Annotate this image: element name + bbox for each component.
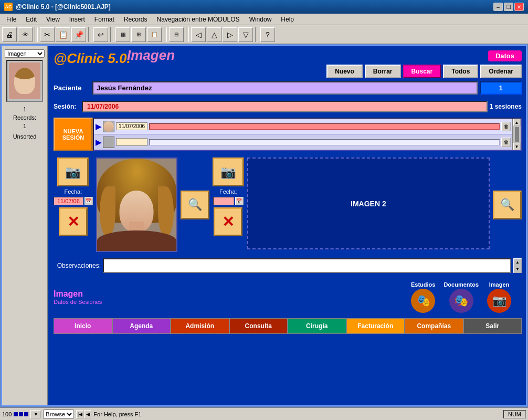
estudios-group: Estudios 🎭	[411, 281, 435, 313]
imagen-icon[interactable]: 📷	[487, 289, 511, 313]
borrar-button[interactable]: Borrar	[365, 65, 401, 78]
menu-format[interactable]: Format	[90, 15, 119, 24]
nuevo-button[interactable]: Nuevo	[326, 65, 363, 78]
obs-scroll-up[interactable]: ▲	[515, 260, 520, 265]
toolbar-preview[interactable]: 👁	[18, 27, 33, 42]
sesion-date-input[interactable]	[82, 101, 488, 112]
toolbar-r1[interactable]: ◁	[191, 27, 206, 42]
window-body: Imagen 1 Records: 1 Unsorted	[0, 44, 528, 407]
menu-window[interactable]: Window	[245, 15, 276, 24]
tab-agenda[interactable]: Agenda	[112, 318, 171, 334]
tab-companias[interactable]: Compañías	[405, 318, 463, 334]
todos-button[interactable]: Todos	[443, 65, 478, 78]
zoom-dropdown-button[interactable]: ▼	[30, 410, 41, 418]
session-thumb	[103, 136, 114, 148]
toolbar-sep3	[110, 27, 113, 42]
camera-button-1[interactable]: 📷	[57, 158, 89, 186]
imagen-footer-label: Imagen	[489, 281, 510, 288]
tab-consulta[interactable]: Consulta	[229, 318, 288, 334]
menu-help[interactable]: Help	[277, 15, 298, 24]
documentos-icon[interactable]: 🎭	[449, 289, 473, 313]
delete-image-button-1[interactable]: ✕	[59, 207, 88, 236]
toolbar-b3[interactable]: 📋	[147, 27, 162, 42]
scroll-down-button[interactable]: ▼	[513, 143, 521, 150]
fecha-picker-2[interactable]: 📅	[235, 197, 244, 205]
scroll-up-button[interactable]: ▲	[513, 119, 521, 126]
toolbar-r2[interactable]: △	[207, 27, 221, 42]
menu-file[interactable]: File	[2, 15, 20, 24]
session-row: ▶ 11/07/2006 🗑	[94, 119, 512, 134]
menu-bar: File Edit View Insert Format Records Nav…	[0, 14, 528, 25]
nueva-sesion-button[interactable]: NUEVASESIÓN	[54, 118, 93, 151]
toolbar-sep5	[186, 27, 189, 42]
session-thumb	[103, 121, 114, 132]
browse-select[interactable]: Browse	[43, 410, 74, 419]
nav-first-button[interactable]: |◀	[76, 410, 83, 418]
fecha-label-2: Fecha:	[219, 188, 237, 195]
toolbar-paste[interactable]: 📌	[71, 27, 86, 42]
documentos-group: Documentos 🎭	[443, 281, 479, 313]
restore-button[interactable]: ❐	[504, 3, 513, 11]
tab-cirugia[interactable]: Cirugía	[288, 318, 346, 334]
toolbar-cut[interactable]: ✂	[40, 27, 55, 42]
buscar-button[interactable]: Buscar	[403, 65, 441, 78]
toolbar-copy[interactable]: 📋	[56, 27, 70, 42]
footer-area: Imagen Datos de Sesiones Estudios 🎭 Docu…	[54, 279, 522, 315]
toolbar-sep6	[255, 27, 258, 42]
obs-scroll-down[interactable]: ▼	[515, 267, 520, 271]
tab-inicio[interactable]: Inicio	[54, 318, 112, 334]
observaciones-label: Observaciones:	[54, 262, 101, 269]
toolbar-undo[interactable]: ↩	[93, 27, 108, 42]
toolbar-b2[interactable]: ⊞	[131, 27, 146, 42]
paciente-number: 1	[480, 81, 522, 94]
fecha-picker-1[interactable]: 📅	[85, 197, 93, 205]
view-dropdown[interactable]: Imagen	[5, 49, 45, 58]
zoom-bar-fill	[14, 412, 18, 416]
sesion-row: Sesión: 1 sesiones	[54, 101, 522, 112]
zoom-icon-2: 🔍	[500, 198, 514, 212]
delete-image-button-2[interactable]: ✕	[214, 207, 242, 236]
session-row: ▶ 🗑	[94, 134, 512, 150]
toolbar-r4[interactable]: ▽	[238, 27, 253, 42]
zoom-indicators	[14, 412, 28, 416]
menu-records[interactable]: Records	[120, 15, 152, 24]
menu-navegacion[interactable]: Navegación entre MÓDULOS	[153, 15, 244, 24]
tab-facturacion[interactable]: Facturación	[346, 318, 405, 334]
toolbar: 🖨 👁 ✂ 📋 📌 ↩ ▦ ⊞ 📋 ⊟ ◁ △ ▷ ▽ ?	[0, 25, 528, 44]
zoom-button-2[interactable]: 🔍	[493, 191, 522, 219]
toolbar-b1[interactable]: ▦	[115, 27, 130, 42]
thumbnail-box	[6, 60, 43, 102]
camera-button-2[interactable]: 📷	[213, 158, 244, 186]
menu-insert[interactable]: Insert	[65, 15, 89, 24]
status-bar: 100 ▼ Browse |◀ ◀ For Help, press F1 NUM	[0, 407, 528, 420]
toolbar-help[interactable]: ?	[260, 27, 275, 42]
datos-badge: Datos	[488, 50, 522, 61]
toolbar-print[interactable]: 🖨	[2, 27, 17, 42]
photo-shirt	[97, 230, 176, 251]
ordenar-button[interactable]: Ordenar	[480, 65, 522, 78]
inner-window: Imagen 1 Records: 1 Unsorted	[1, 45, 527, 406]
menu-edit[interactable]: Edit	[22, 15, 41, 24]
toolbar-r3[interactable]: ▷	[223, 27, 237, 42]
footer-subtitle: Datos de Sesiones	[54, 299, 102, 305]
zoom-button[interactable]: 🔍	[181, 191, 209, 219]
nav-prev-button[interactable]: ◀	[84, 410, 91, 418]
close-button[interactable]: ✕	[514, 3, 524, 11]
sesion-label: Sesión:	[54, 103, 80, 110]
toolbar-sep2	[88, 27, 91, 42]
tab-admision[interactable]: Admisión	[171, 318, 229, 334]
zoom-bar-fill	[24, 412, 28, 416]
estudios-icon[interactable]: 🎭	[411, 289, 435, 313]
toolbar-layout[interactable]: ⊟	[169, 27, 184, 42]
tab-salir[interactable]: Salir	[463, 318, 522, 334]
session-delete-button[interactable]: 🗑	[501, 138, 511, 147]
session-delete-button[interactable]: 🗑	[501, 122, 511, 131]
session-bar-empty	[149, 139, 500, 145]
paciente-name-input[interactable]	[92, 81, 478, 94]
imagen2-label: IMAGEN 2	[351, 200, 386, 208]
fecha-row-2: 📅	[213, 197, 244, 205]
footer-icons-group: Estudios 🎭 Documentos 🎭 Imagen 📷	[411, 281, 511, 313]
observaciones-input[interactable]	[103, 258, 511, 273]
menu-view[interactable]: View	[42, 15, 64, 24]
minimize-button[interactable]: –	[493, 3, 503, 11]
